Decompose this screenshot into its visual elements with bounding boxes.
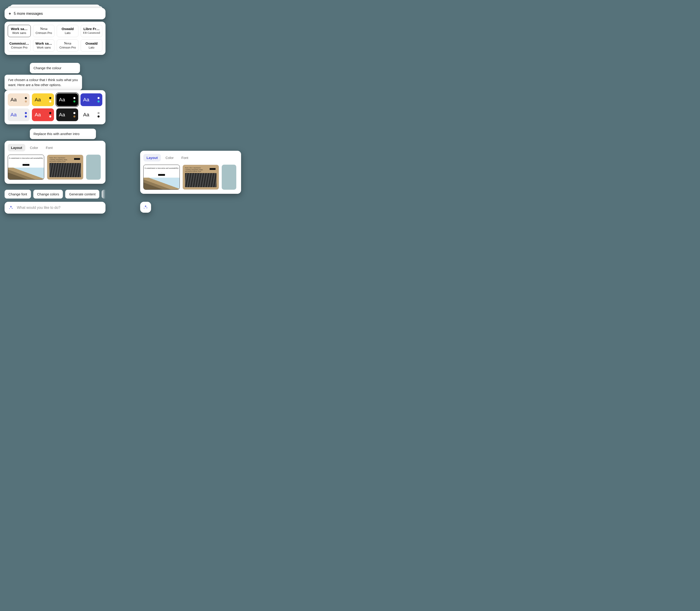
thumb-image (8, 168, 44, 179)
color-swatch[interactable]: Aa (81, 93, 102, 106)
color-swatch[interactable]: Aa (56, 108, 78, 121)
prompt-input-bar[interactable]: What would you like to do? (4, 202, 105, 213)
thumb-title: A commitment to innovation and sustainab… (8, 157, 44, 159)
swatch-sample-text: Aa (11, 112, 17, 118)
thumb-subtitle: — (8, 162, 44, 163)
font-secondary-label: Work sans (9, 31, 29, 35)
color-swatch[interactable]: Aa (8, 93, 30, 106)
layout-thumb-peek[interactable] (86, 155, 101, 180)
color-options-card: AaAaAaAaAaAaAaAa (4, 90, 105, 124)
tab-font[interactable]: Font (43, 144, 56, 151)
tab-color[interactable]: Color (27, 144, 41, 151)
sparkle-icon (8, 205, 14, 210)
user-message: Change the colour (30, 63, 80, 73)
font-option[interactable]: NexaCrimson Pro (33, 25, 55, 37)
assistant-message: I've chosen a colour that I think suits … (4, 75, 82, 90)
thumb-cta (23, 164, 29, 166)
swatch-sample-text: Aa (59, 112, 65, 118)
swatch-accent-dots (25, 97, 27, 103)
font-primary-label: Nexa (58, 42, 77, 45)
thumb-subtitle: — (144, 172, 179, 173)
font-options-card: Work sa…Work sansNexaCrimson ProOswaldLa… (4, 21, 105, 55)
layout-thumb[interactable]: Etudes offers comprehensive consulting, … (183, 165, 219, 190)
font-primary-label: Oswald (58, 27, 77, 31)
swatch-sample-text: Aa (35, 112, 41, 118)
swatch-accent-dots (49, 97, 51, 103)
layout-thumb[interactable]: A commitment to innovation and sustainab… (8, 155, 44, 180)
suggestion-chip[interactable]: Change colors (33, 190, 63, 198)
thumb-image (144, 178, 179, 190)
thumb-cta (210, 168, 216, 170)
sparkle-icon (143, 205, 148, 210)
plus-icon: + (9, 12, 11, 16)
assistant-message-text: I've chosen a colour that I think suits … (8, 78, 78, 87)
swatch-accent-dots (98, 97, 100, 103)
user-message-text: Change the colour (33, 66, 61, 70)
tab-layout[interactable]: Layout (8, 144, 25, 151)
swatch-accent-dots (73, 112, 75, 118)
thumb-cta (158, 174, 165, 176)
font-secondary-label: Crimson Pro (58, 46, 77, 49)
swatch-sample-text: Aa (83, 112, 89, 118)
picker-tabs: LayoutColorFont (8, 144, 102, 151)
user-message: Replace this with another intro (30, 129, 96, 139)
swatch-sample-text: Aa (35, 97, 41, 103)
font-option[interactable]: OswaldLato (57, 25, 78, 37)
font-secondary-label: Crimson Pro (9, 46, 29, 49)
layout-thumb-peek[interactable] (222, 165, 236, 190)
font-primary-label: Nexa (35, 27, 53, 31)
tab-font[interactable]: Font (178, 154, 191, 162)
layout-thumb[interactable]: A commitment to innovation and sustainab… (143, 165, 180, 190)
thumb-image (49, 163, 81, 177)
color-swatch[interactable]: Aa (32, 93, 54, 106)
more-messages-label: 5 more messages (14, 12, 43, 16)
thumb-cta (74, 158, 80, 160)
font-primary-label: Work sa… (9, 27, 29, 31)
swatch-sample-text: Aa (11, 97, 17, 103)
font-secondary-label: Crimson Pro (35, 31, 53, 35)
font-secondary-label: Work sans (35, 46, 53, 49)
layout-picker-card: LayoutColorFont A commitment to innovati… (4, 141, 105, 184)
font-option[interactable]: Commissi…Crimson Pro (8, 40, 31, 52)
user-message-text: Replace this with another intro (33, 132, 79, 136)
suggestion-chips-row: Change fontChange colorsGenerate content… (4, 190, 105, 198)
overflow-fade (101, 190, 105, 198)
picker-tabs: LayoutColorFont (143, 154, 238, 162)
font-primary-label: Oswald (82, 42, 101, 45)
font-primary-label: Libre Fr… (82, 27, 101, 31)
swatch-accent-dots (25, 112, 27, 118)
color-swatch[interactable]: Aa (81, 108, 102, 121)
swatch-sample-text: Aa (83, 97, 89, 103)
thumb-title: A commitment to innovation and sustainab… (144, 167, 179, 169)
font-primary-label: Work sa… (35, 42, 53, 45)
color-swatch[interactable]: Aa (32, 108, 54, 121)
layout-thumb[interactable]: Etudes offers comprehensive consulting, … (47, 155, 83, 180)
sparkle-launcher-button[interactable] (140, 202, 151, 213)
swatch-sample-text: Aa (59, 97, 65, 103)
suggestion-chip[interactable]: Change font (4, 190, 31, 198)
layout-thumbnails: A commitment to innovation and sustainab… (8, 155, 102, 180)
font-option[interactable]: Libre Fr…EB Garamond (81, 25, 102, 37)
font-option[interactable]: NexaCrimson Pro (57, 40, 78, 52)
font-primary-label: Commissi… (9, 42, 29, 45)
color-swatch[interactable]: Aa (8, 108, 30, 121)
font-option[interactable]: Work sa…Work sans (8, 25, 31, 37)
tab-color[interactable]: Color (162, 154, 177, 162)
font-secondary-label: EB Garamond (82, 31, 101, 35)
layout-picker-card: LayoutColorFont A commitment to innovati… (140, 151, 241, 194)
swatch-accent-dots (98, 112, 100, 118)
tab-layout[interactable]: Layout (143, 154, 161, 162)
more-messages-pill[interactable]: + 5 more messages (4, 8, 105, 19)
font-option[interactable]: Work sa…Work sans (33, 40, 55, 52)
font-option[interactable]: OswaldLato (81, 40, 102, 52)
layout-thumbnails: A commitment to innovation and sustainab… (143, 165, 238, 190)
swatch-accent-dots (73, 97, 75, 103)
suggestion-chip[interactable]: Generate content (65, 190, 99, 198)
thumb-image (185, 173, 217, 187)
font-secondary-label: Lato (58, 31, 77, 35)
prompt-placeholder: What would you like to do? (17, 206, 60, 210)
color-swatch[interactable]: Aa (56, 93, 78, 106)
swatch-accent-dots (49, 112, 51, 118)
font-secondary-label: Lato (82, 46, 101, 49)
